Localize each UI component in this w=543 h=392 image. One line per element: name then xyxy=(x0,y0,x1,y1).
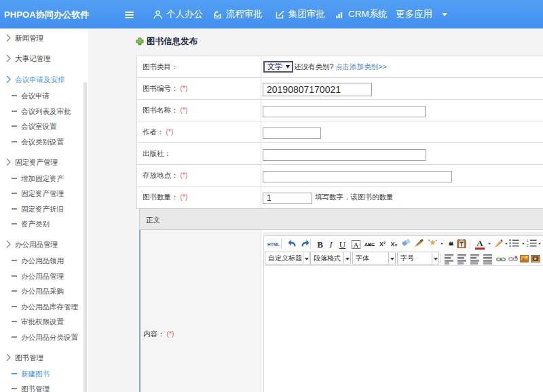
svg-text:2: 2 xyxy=(526,243,528,248)
svg-text:1: 1 xyxy=(526,239,529,243)
